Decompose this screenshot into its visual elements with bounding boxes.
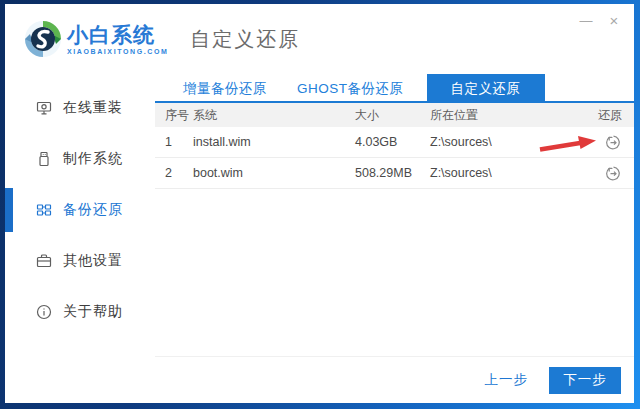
restore-button[interactable] bbox=[604, 133, 622, 151]
app-logo: 小白系统 XIAOBAIXITONG.COM bbox=[23, 19, 168, 59]
usb-drive-icon bbox=[36, 151, 52, 167]
tab-bar: 增量备份还原 GHOST备份还原 自定义还原 bbox=[155, 74, 634, 103]
brand-text: 小白系统 XIAOBAIXITONG.COM bbox=[67, 24, 168, 55]
previous-step-button[interactable]: 上一步 bbox=[485, 371, 529, 389]
monitor-icon bbox=[36, 100, 52, 116]
table-row: 2 boot.wim 508.29MB Z:\sources\ bbox=[155, 158, 634, 189]
briefcase-icon bbox=[36, 253, 52, 269]
row-size: 4.03GB bbox=[355, 135, 430, 149]
tab-ghost-backup-restore[interactable]: GHOST备份还原 bbox=[282, 74, 419, 103]
apps-grid-icon bbox=[36, 202, 52, 218]
header-system: 系统 bbox=[193, 107, 355, 124]
table-row: 1 install.wim 4.03GB Z:\sources\ bbox=[155, 127, 634, 158]
window-frame: 小白系统 XIAOBAIXITONG.COM 自定义还原 — × bbox=[0, 0, 640, 409]
header-location: 所在位置 bbox=[430, 107, 572, 124]
brand-name: 小白系统 bbox=[67, 24, 168, 45]
header-restore: 还原 bbox=[572, 107, 622, 124]
close-button[interactable]: × bbox=[600, 8, 628, 32]
row-index: 1 bbox=[165, 135, 193, 149]
row-index: 2 bbox=[165, 166, 193, 180]
info-icon bbox=[36, 304, 52, 320]
sidebar-item-backup-restore[interactable]: 备份还原 bbox=[5, 190, 155, 230]
sidebar-item-make-system[interactable]: 制作系统 bbox=[5, 139, 155, 179]
restore-button[interactable] bbox=[604, 164, 622, 182]
table-header: 序号 系统 大小 所在位置 还原 bbox=[155, 103, 634, 127]
sidebar: 在线重装 制作系统 bbox=[5, 74, 155, 403]
sidebar-item-label: 备份还原 bbox=[63, 201, 123, 219]
logo-icon bbox=[23, 19, 63, 59]
row-location: Z:\sources\ bbox=[430, 135, 572, 149]
sidebar-item-label: 其他设置 bbox=[63, 252, 123, 270]
sidebar-item-about-help[interactable]: 关于帮助 bbox=[5, 292, 155, 332]
footer-bar: 上一步 下一步 bbox=[155, 356, 634, 403]
row-size: 508.29MB bbox=[355, 166, 430, 180]
next-step-button[interactable]: 下一步 bbox=[549, 367, 621, 394]
tab-incremental-backup-restore[interactable]: 增量备份还原 bbox=[168, 74, 282, 103]
minimize-button[interactable]: — bbox=[572, 8, 600, 32]
header-index: 序号 bbox=[165, 107, 193, 124]
row-location: Z:\sources\ bbox=[430, 166, 572, 180]
sidebar-item-label: 在线重装 bbox=[63, 99, 123, 117]
sidebar-item-online-reinstall[interactable]: 在线重装 bbox=[5, 88, 155, 128]
page-title: 自定义还原 bbox=[190, 26, 300, 53]
header-size: 大小 bbox=[355, 107, 430, 124]
window-controls: — × bbox=[572, 8, 628, 32]
sidebar-item-label: 制作系统 bbox=[63, 150, 123, 168]
main-panel: 增量备份还原 GHOST备份还原 自定义还原 序号 系统 大小 所在位置 还原 … bbox=[155, 74, 634, 403]
row-system: boot.wim bbox=[193, 166, 355, 180]
sidebar-item-other-settings[interactable]: 其他设置 bbox=[5, 241, 155, 281]
window-body: 在线重装 制作系统 bbox=[5, 74, 634, 403]
tab-custom-restore[interactable]: 自定义还原 bbox=[427, 74, 545, 103]
content-spacer bbox=[155, 189, 634, 356]
app-window: 小白系统 XIAOBAIXITONG.COM 自定义还原 — × bbox=[5, 4, 634, 403]
titlebar: 小白系统 XIAOBAIXITONG.COM 自定义还原 — × bbox=[5, 4, 634, 74]
brand-domain: XIAOBAIXITONG.COM bbox=[67, 48, 168, 55]
sidebar-item-label: 关于帮助 bbox=[63, 303, 123, 321]
row-system: install.wim bbox=[193, 135, 355, 149]
